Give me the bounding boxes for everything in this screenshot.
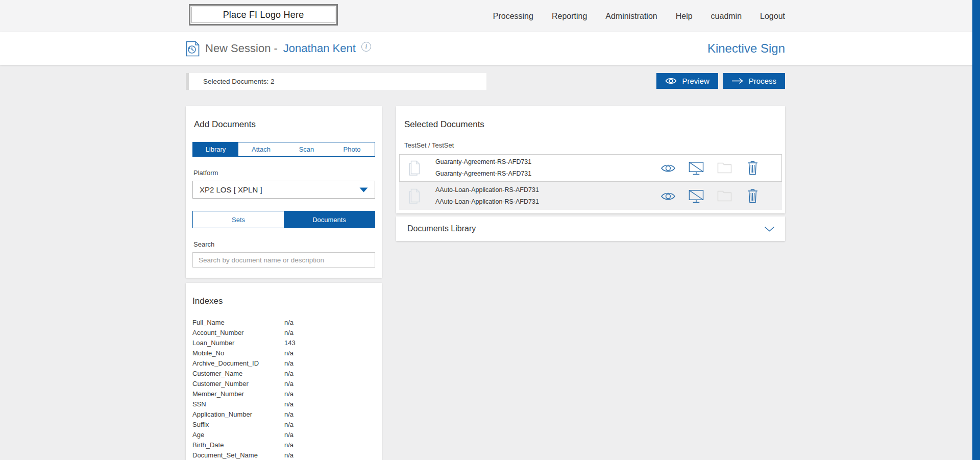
selected-count-bar: Selected Documents: 2 — [186, 73, 486, 90]
nav-item-help[interactable]: Help — [676, 12, 693, 21]
index-row: Agen/a — [192, 430, 375, 440]
tab-scan[interactable]: Scan — [284, 142, 329, 156]
platform-label: Platform — [193, 169, 375, 177]
preview-eye-icon[interactable] — [660, 163, 676, 173]
nav-item-logout[interactable]: Logout — [760, 12, 785, 21]
document-name: Guaranty-Agreement-RS-AFD731 — [435, 156, 531, 168]
nav-item-reporting[interactable]: Reporting — [552, 12, 587, 21]
session-customer-link[interactable]: Jonathan Kent — [283, 42, 356, 55]
top-nav: Processing Reporting Administration Help… — [493, 0, 785, 32]
delete-trash-icon[interactable] — [745, 161, 760, 175]
index-label: Customer_Number — [192, 379, 284, 389]
app-brand-name: Kinective Sign — [707, 41, 785, 56]
sign-monitor-icon[interactable] — [689, 189, 704, 203]
index-label: Account_Number — [192, 328, 284, 338]
index-value: n/a — [284, 379, 293, 389]
index-label: SSN — [192, 399, 284, 409]
index-row: SSNn/a — [192, 399, 375, 409]
tab-library[interactable]: Library — [193, 142, 238, 156]
search-input[interactable] — [192, 252, 375, 268]
documents-library-panel[interactable]: Documents Library — [396, 216, 785, 241]
document-actions — [660, 189, 760, 203]
index-value: n/a — [284, 440, 293, 450]
document-page-icon — [409, 160, 420, 176]
index-value: n/a — [284, 420, 293, 430]
selected-count-label: Selected Documents: 2 — [203, 78, 275, 85]
nav-item-processing[interactable]: Processing — [493, 12, 533, 21]
index-label: Application_Number — [192, 409, 284, 420]
selected-document-row: Guaranty-Agreement-RS-AFD731 Guaranty-Ag… — [399, 154, 782, 182]
index-row: Member_Numbern/a — [192, 389, 375, 399]
add-documents-panel: Add Documents Library Attach Scan Photo … — [186, 106, 382, 278]
document-history-icon — [186, 41, 200, 57]
preview-eye-icon[interactable] — [660, 191, 676, 201]
document-actions — [660, 161, 760, 175]
document-description: Guaranty-Agreement-RS-AFD731 — [435, 168, 531, 180]
index-row: Application_Numbern/a — [192, 409, 375, 420]
tab-attach[interactable]: Attach — [238, 142, 284, 156]
index-value: n/a — [284, 389, 293, 399]
selected-documents-panel: Selected Documents TestSet / TestSet — [396, 106, 785, 213]
info-icon[interactable]: i — [361, 42, 371, 52]
index-label: Member_Number — [192, 389, 284, 399]
index-value: n/a — [284, 318, 293, 328]
index-label: Suffix — [192, 420, 284, 430]
index-row: Document_Set_Namen/a — [192, 450, 375, 460]
selected-document-row: AAuto-Loan-Application-RS-AFD731 AAuto-L… — [399, 182, 782, 210]
index-row: Loan_Number143 — [192, 338, 375, 348]
arrow-right-icon — [731, 78, 744, 84]
selected-documents-title: Selected Documents — [404, 119, 782, 130]
index-label: Mobile_No — [192, 348, 284, 358]
index-row: Archive_Document_IDn/a — [192, 358, 375, 369]
folder-icon — [717, 162, 732, 174]
page-scrollbar[interactable] — [972, 0, 980, 460]
eye-icon — [665, 77, 677, 85]
index-row: Account_Numbern/a — [192, 328, 375, 338]
index-value: 143 — [284, 338, 296, 348]
index-row: Mobile_Non/a — [192, 348, 375, 358]
documents-library-title: Documents Library — [407, 224, 476, 233]
add-documents-title: Add Documents — [194, 119, 375, 130]
index-label: Archive_Document_ID — [192, 358, 284, 369]
index-value: n/a — [284, 399, 293, 409]
index-value: n/a — [284, 328, 293, 338]
top-bar: Place FI Logo Here Processing Reporting … — [0, 0, 980, 32]
index-value: n/a — [284, 348, 293, 358]
toggle-sets[interactable]: Sets — [193, 211, 284, 228]
toggle-documents[interactable]: Documents — [284, 211, 375, 228]
process-button-label: Process — [749, 77, 776, 85]
tab-photo[interactable]: Photo — [329, 142, 375, 156]
index-label: Age — [192, 430, 284, 440]
session-title-group: New Session - Jonathan Kent i — [186, 41, 371, 57]
index-row: Customer_Numbern/a — [192, 379, 375, 389]
chevron-down-icon[interactable] — [764, 226, 775, 232]
index-row: Suffixn/a — [192, 420, 375, 430]
document-name: AAuto-Loan-Application-RS-AFD731 — [435, 184, 539, 196]
indexes-title: Indexes — [192, 296, 375, 306]
action-row: Selected Documents: 2 Preview — [186, 73, 785, 90]
platform-select[interactable]: XP2 LOS [ XPLN ] — [192, 181, 375, 199]
index-value: n/a — [284, 430, 293, 440]
platform-select-value: XP2 LOS [ XPLN ] — [200, 185, 262, 194]
sign-monitor-icon[interactable] — [689, 161, 704, 175]
chevron-down-filled-icon — [359, 187, 368, 192]
indexes-panel: Indexes Full_Namen/a Account_Numbern/a L… — [186, 283, 382, 460]
index-label: Full_Name — [192, 318, 284, 328]
delete-trash-icon[interactable] — [745, 189, 760, 203]
document-set-breadcrumb: TestSet / TestSet — [404, 141, 782, 149]
folder-icon — [717, 190, 732, 202]
add-documents-tabbar: Library Attach Scan Photo — [192, 142, 375, 157]
index-value: n/a — [284, 358, 293, 369]
index-label: Birth_Date — [192, 440, 284, 450]
fi-logo-placeholder: Place FI Logo Here — [189, 4, 338, 26]
nav-item-administration[interactable]: Administration — [605, 12, 657, 21]
index-label: Customer_Name — [192, 369, 284, 379]
preview-button[interactable]: Preview — [656, 73, 718, 89]
index-label: Document_Set_Name — [192, 450, 284, 460]
document-page-icon — [409, 188, 420, 204]
index-value: n/a — [284, 450, 293, 460]
app-header: New Session - Jonathan Kent i Kinective … — [0, 32, 980, 65]
nav-item-user-cuadmin[interactable]: cuadmin — [711, 12, 742, 21]
indexes-list: Full_Namen/a Account_Numbern/a Loan_Numb… — [192, 318, 375, 460]
process-button[interactable]: Process — [723, 73, 785, 89]
